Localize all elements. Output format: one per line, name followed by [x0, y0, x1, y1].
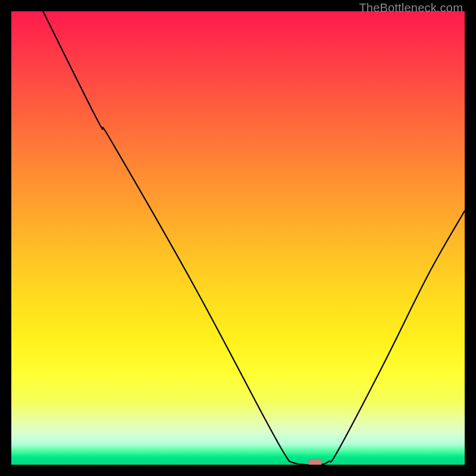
bottleneck-curve [43, 11, 465, 465]
watermark-text: TheBottleneck.com [359, 1, 463, 15]
chart-stage: TheBottleneck.com [0, 0, 476, 476]
chart-overlay [11, 11, 465, 465]
plot-area [11, 11, 465, 465]
optimal-point-marker [309, 459, 322, 465]
